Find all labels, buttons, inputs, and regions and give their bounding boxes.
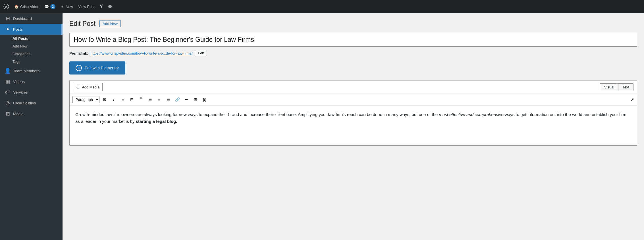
services-label: Services: [13, 90, 28, 94]
yoast-icon: Y: [100, 4, 103, 10]
visual-text-tabs: Visual Text: [600, 83, 633, 91]
sidebar: ⊞ Dashboard ✦ Posts All Posts Add New Ca…: [0, 13, 63, 240]
site-name: Crisp Video: [20, 5, 39, 9]
hr-icon: ━: [185, 97, 188, 102]
align-center-icon: ≡: [158, 97, 160, 102]
sidebar-item-dashboard[interactable]: ⊞ Dashboard: [0, 13, 63, 24]
link-button[interactable]: 🔗: [173, 96, 181, 104]
expand-button[interactable]: ⤢: [630, 97, 634, 102]
categories-label: Categories: [13, 52, 30, 56]
wp-logo-item[interactable]: W: [3, 4, 9, 9]
services-icon: 🏷: [5, 89, 11, 95]
unordered-list-button[interactable]: ≡: [119, 96, 127, 104]
bold-button[interactable]: B: [101, 96, 109, 104]
permalink-link[interactable]: https://www.crispvideo.com/how-to-write-…: [90, 51, 192, 55]
paragraph-select[interactable]: Paragraph: [72, 96, 99, 103]
editor-content[interactable]: Growth-minded law firm owners are always…: [70, 105, 637, 145]
case-studies-icon: ◔: [5, 100, 11, 106]
tags-label: Tags: [13, 59, 20, 64]
ol-icon: ⊟: [130, 97, 134, 102]
sidebar-item-case-studies[interactable]: ◔ Case Studies: [0, 98, 63, 108]
blockquote-button[interactable]: ": [137, 96, 145, 104]
dashboard-label: Dashboard: [13, 16, 32, 21]
team-icon: 👤: [5, 68, 11, 74]
sidebar-item-add-new[interactable]: Add New: [0, 42, 63, 50]
add-media-label: Add Media: [82, 85, 99, 89]
visual-tab[interactable]: Visual: [600, 83, 618, 91]
page-title-row: Edit Post Add New: [69, 20, 637, 28]
sidebar-item-videos[interactable]: ▦ Videos: [0, 76, 63, 87]
text-tab[interactable]: Text: [618, 83, 633, 91]
align-left-button[interactable]: ☰: [146, 96, 154, 104]
add-media-icon: ⊕: [76, 84, 80, 90]
media-icon: ⊞: [5, 111, 11, 117]
elementor-button[interactable]: E Edit with Elementor: [69, 61, 125, 75]
sidebar-item-categories[interactable]: Categories: [0, 50, 63, 58]
all-posts-label: All Posts: [13, 36, 28, 41]
sidebar-item-media[interactable]: ⊞ Media: [0, 108, 63, 119]
add-new-button[interactable]: Add New: [99, 20, 121, 27]
permalink-edit-button[interactable]: Edit: [195, 50, 207, 56]
new-label: New: [66, 5, 73, 9]
site-name-item[interactable]: 🏠 Crisp Video: [14, 5, 39, 9]
link-icon: 🔗: [175, 97, 180, 102]
align-left-icon: ☰: [148, 97, 152, 102]
view-post-label: View Post: [78, 5, 95, 9]
elementor-label: Edit with Elementor: [85, 66, 119, 70]
team-members-label: Team Members: [13, 69, 40, 73]
top-bar: W 🏠 Crisp Video 💬 2 ＋ New View Post Y: [0, 0, 644, 13]
media-toolbar-row: ⊕ Add Media Visual Text: [70, 80, 637, 94]
blockquote-icon: ": [140, 97, 142, 102]
status-dot[interactable]: [108, 5, 112, 8]
ordered-list-button[interactable]: ⊟: [128, 96, 136, 104]
align-right-button[interactable]: ☰: [164, 96, 172, 104]
comments-item[interactable]: 💬 2: [44, 4, 55, 9]
align-center-button[interactable]: ≡: [155, 96, 163, 104]
svg-text:W: W: [5, 5, 8, 8]
case-studies-label: Case Studies: [13, 101, 36, 105]
ul-icon: ≡: [122, 97, 124, 102]
page-title: Edit Post: [69, 20, 95, 28]
yoast-icon-item[interactable]: Y: [100, 4, 103, 10]
dashboard-icon: ⊞: [5, 15, 11, 22]
italic-button[interactable]: I: [110, 96, 118, 104]
videos-label: Videos: [13, 80, 25, 84]
comment-icon: 💬: [44, 5, 49, 9]
videos-icon: ▦: [5, 78, 11, 85]
comments-count: 2: [50, 4, 55, 9]
add-media-button[interactable]: ⊕ Add Media: [73, 83, 103, 91]
sidebar-item-all-posts[interactable]: All Posts: [0, 35, 63, 42]
table-button[interactable]: ⊞: [192, 96, 200, 104]
posts-label: Posts: [13, 27, 23, 32]
new-item[interactable]: ＋ New: [61, 4, 73, 9]
view-post-item[interactable]: View Post: [78, 5, 95, 9]
sidebar-item-team-members[interactable]: 👤 Team Members: [0, 65, 63, 76]
posts-submenu: All Posts Add New Categories Tags: [0, 35, 63, 65]
content-area: Edit Post Add New Permalink: https://www…: [63, 13, 644, 240]
permalink-label: Permalink:: [69, 51, 88, 55]
editor-container: ⊕ Add Media Visual Text Paragraph B I ≡: [69, 80, 637, 146]
expand-icon: ⤢: [630, 97, 634, 102]
shortcode-button[interactable]: [/]: [201, 96, 209, 104]
elementor-icon: E: [76, 65, 82, 71]
editor-text-part1: Growth-minded law firm owners are always…: [75, 112, 439, 117]
posts-icon: ✦: [5, 26, 11, 32]
home-icon: 🏠: [14, 5, 19, 9]
permalink-row: Permalink: https://www.crispvideo.com/ho…: [69, 50, 637, 56]
editor-toolbar: Paragraph B I ≡ ⊟ " ☰ ≡: [70, 94, 637, 105]
sidebar-item-posts[interactable]: ✦ Posts: [0, 24, 63, 35]
editor-text-bold: starting a legal blog.: [136, 119, 177, 124]
shortcode-icon: [/]: [203, 98, 206, 102]
plus-icon: ＋: [61, 4, 64, 9]
horizontal-rule-button[interactable]: ━: [182, 96, 190, 104]
table-icon: ⊞: [194, 97, 197, 102]
post-title-input[interactable]: [69, 33, 637, 47]
align-right-icon: ☰: [167, 97, 170, 102]
media-label: Media: [13, 112, 24, 116]
sidebar-item-tags[interactable]: Tags: [0, 58, 63, 65]
main-layout: ⊞ Dashboard ✦ Posts All Posts Add New Ca…: [0, 13, 644, 240]
sidebar-item-services[interactable]: 🏷 Services: [0, 87, 63, 98]
add-new-sub-label: Add New: [13, 44, 28, 48]
editor-text-italic: most effective and comprehensive: [439, 112, 504, 117]
